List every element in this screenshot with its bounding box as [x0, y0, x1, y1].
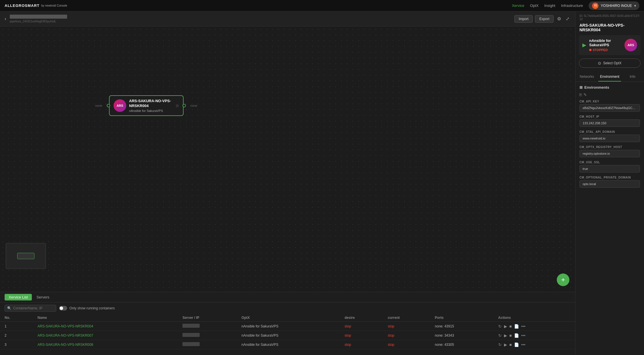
node-label-left: none [95, 104, 102, 107]
cell-desire: stop [340, 331, 383, 340]
cell-current: stop [383, 322, 430, 331]
cell-no: 1 [0, 322, 33, 331]
rp-title: ARS-SAKURA-NO-VPS-NRSKR004 [575, 22, 644, 35]
cell-server [178, 322, 237, 331]
node-connector-left[interactable] [107, 104, 110, 107]
import-button[interactable]: Import [514, 15, 533, 23]
log-icon[interactable]: 📄 [514, 333, 519, 338]
env-input[interactable]: 133.242.208.150 [579, 119, 640, 127]
env-input[interactable]: registry.optxstore.io [579, 150, 640, 157]
tab-networks[interactable]: Networks [575, 72, 598, 82]
fullscreen-icon[interactable]: ⤢ [565, 15, 571, 23]
optx-select-icon: ⊙ [598, 61, 601, 65]
brand-name: ALLEGROSMART [5, 3, 40, 8]
node-label-right: none [190, 104, 197, 107]
cell-optx: nAnsible for SakuraVPS [237, 331, 340, 340]
search-input[interactable] [13, 306, 54, 310]
export-button[interactable]: Export [535, 15, 554, 23]
optx-name: nAnsible for SakuraVPS [589, 38, 622, 47]
search-input-wrap: 🔍 [5, 305, 56, 312]
add-node-button[interactable]: + [557, 273, 569, 286]
running-toggle[interactable] [59, 306, 67, 311]
stop-icon[interactable]: ■ [509, 324, 512, 329]
cell-no: 3 [0, 340, 33, 349]
refresh-icon[interactable]: ↻ [498, 342, 502, 347]
edit-icon[interactable]: ✎ [583, 92, 587, 97]
env-input[interactable]: optx.local [579, 180, 640, 188]
filter-label: Only show running containers [69, 306, 115, 310]
env-label: CM_OPTIONAL_PRIVATE_DOMAIN [579, 176, 640, 179]
play-icon[interactable]: ▶ [504, 342, 507, 347]
optx-logo-text: ARS [627, 43, 634, 47]
node-status-icon: ⊘ [176, 103, 179, 108]
cell-optx: nAnsible for SakuraVPS [237, 322, 340, 331]
node-icon: ARS [114, 99, 126, 112]
env-input[interactable]: true [579, 165, 640, 172]
canvas: none ARS ARS-SAKURA-NO-VPS-NRSKR004 nAns… [0, 26, 575, 292]
refresh-icon[interactable]: ↻ [498, 324, 502, 329]
env-input[interactable]: www.newtroid.io [579, 135, 640, 142]
col-optx: OptX [237, 314, 340, 322]
cell-name[interactable]: ARS-SAKURA-NO-VPS-NRSKR007 [33, 331, 178, 340]
header-actions: Import Export ⚙ ⤢ [514, 15, 571, 23]
select-optx-button[interactable]: ⊙ Select OptX [579, 59, 641, 68]
stop-icon[interactable]: ■ [509, 342, 512, 347]
settings-icon[interactable]: ⚙ [556, 15, 562, 23]
nav-xervice[interactable]: Xervice [512, 3, 524, 8]
bottom-panel: Xervice List Servers 🔍 Only show running… [0, 292, 575, 355]
cell-ports: none: 34343 [430, 331, 494, 340]
cell-desire: stop [340, 340, 383, 349]
rp-tabs: Networks Environment Info [575, 72, 644, 82]
node-subtitle: nAnsible for SakuraVPS [129, 109, 173, 112]
status-badge: STOPPED [593, 48, 608, 52]
play-button[interactable]: ▶ [582, 42, 586, 48]
copy-icon[interactable]: ⎘ [579, 92, 582, 97]
stop-icon[interactable]: ■ [509, 333, 512, 338]
tab-xervice-list[interactable]: Xervice List [5, 294, 32, 300]
env-label: CM_HOST_IP [579, 115, 640, 118]
cell-desire: stop [340, 322, 383, 331]
more-icon[interactable]: ••• [521, 324, 526, 329]
play-icon[interactable]: ▶ [504, 324, 507, 329]
cell-name[interactable]: ARS-SAKURA-NO-VPS-NRSKR004 [33, 322, 178, 331]
top-nav: ALLEGROSMART by newtroid Console Xervice… [0, 0, 644, 11]
more-icon[interactable]: ••• [521, 333, 526, 338]
user-badge[interactable]: YI YOSHIHIRO INOUE ▾ [589, 1, 639, 10]
play-icon[interactable]: ▶ [504, 333, 507, 338]
optx-logo: ARS [624, 39, 637, 51]
nav-optx[interactable]: OptX [530, 3, 539, 8]
pipeline-node[interactable]: none ARS ARS-SAKURA-NO-VPS-NRSKR004 nAns… [109, 95, 184, 116]
log-icon[interactable]: 📄 [514, 342, 519, 347]
chevron-down-icon: ▾ [634, 4, 636, 8]
xervice-table: No. Name Server / IP OptX desire current… [0, 314, 575, 349]
status-dot [589, 49, 592, 51]
toggle-wrap: Only show running containers [59, 306, 115, 311]
col-name: Name [33, 314, 178, 322]
nav-infrastructure[interactable]: Infrastructure [561, 3, 583, 8]
section-title: ⊞ Environments [579, 85, 640, 90]
select-optx-label: Select OptX [603, 61, 621, 65]
tab-info[interactable]: Info [621, 72, 644, 82]
env-input[interactable]: eBdZNgu2vksxzKd0Z7Nsiw49ujGCh6G2( [579, 104, 640, 112]
tab-environment[interactable]: Environment [598, 72, 621, 82]
pipeline-sub: pipelinex_240321eelhkg83fOpy4sdL [10, 20, 67, 23]
more-icon[interactable]: ••• [521, 342, 526, 347]
nav-insight[interactable]: Insight [544, 3, 555, 8]
refresh-icon[interactable]: ↻ [498, 333, 502, 338]
cell-actions: ↻ ▶ ■ 📄 ••• [494, 340, 575, 349]
environment-icon: ⊞ [579, 85, 583, 90]
search-icon: 🔍 [7, 306, 11, 310]
avatar: YI [592, 3, 598, 9]
node-title: ARS-SAKURA-NO-VPS-NRSKR004 [129, 99, 173, 108]
status-wrap: STOPPED [589, 48, 622, 52]
cell-name[interactable]: ARS-SAKURA-NO-VPS-NRSKR008 [33, 340, 178, 349]
tab-servers[interactable]: Servers [32, 292, 54, 302]
log-icon[interactable]: 📄 [514, 324, 519, 329]
back-button[interactable]: ‹ [5, 16, 6, 22]
node-connector-right[interactable] [182, 104, 186, 107]
cell-optx: nAnsible for SakuraVPS [237, 340, 340, 349]
table-row: 3 ARS-SAKURA-NO-VPS-NRSKR008 nAnsible fo… [0, 340, 575, 349]
user-name: YOSHIHIRO INOUE [601, 4, 632, 8]
main-layout: ‹ pipelinex_240321eelhkg83fOpy4sdL Impor… [0, 11, 644, 355]
mini-map-node [17, 253, 34, 259]
